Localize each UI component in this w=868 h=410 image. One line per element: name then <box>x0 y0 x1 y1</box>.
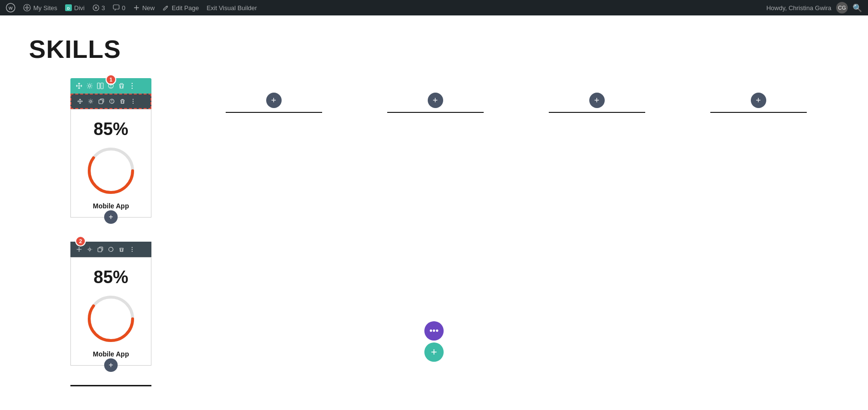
comments-label: 0 <box>122 4 125 12</box>
add-col4-btn[interactable]: + <box>589 93 605 108</box>
skill-card-2: 85% Mobile App + <box>70 257 151 366</box>
row-move-icon[interactable] <box>75 82 83 90</box>
skills-column-2: + <box>193 78 354 386</box>
row-badge-2: 2 <box>75 236 86 246</box>
svg-point-15 <box>132 88 133 89</box>
bottom-line-col1 <box>70 385 151 386</box>
user-avatar[interactable]: CG <box>836 2 848 14</box>
add-module-btn-1[interactable]: + <box>104 210 118 224</box>
col5-add-area: + <box>710 78 807 113</box>
comments-menu[interactable]: 0 <box>113 4 125 12</box>
svg-point-24 <box>89 248 91 250</box>
svg-point-14 <box>132 85 133 86</box>
svg-rect-11 <box>101 83 103 89</box>
row-settings-icon[interactable] <box>86 82 94 90</box>
svg-rect-17 <box>99 100 103 104</box>
module-wrapper-1: 1 <box>70 78 151 218</box>
row-toolbar-1: 1 <box>70 78 151 94</box>
mod-move-icon-1[interactable] <box>76 97 84 105</box>
col5-line <box>710 112 807 113</box>
col3-add-area: + <box>387 78 484 113</box>
mod-clone-icon-2[interactable] <box>96 246 104 253</box>
svg-point-16 <box>90 100 92 102</box>
counter-menu[interactable]: 3 <box>93 4 105 12</box>
row-toggle-icon[interactable] <box>107 82 115 90</box>
svg-point-28 <box>132 249 133 250</box>
howdy-text: Howdy, Christina Gwira <box>766 4 831 12</box>
svg-point-21 <box>133 103 134 104</box>
skills-column-5: + <box>678 78 839 386</box>
svg-rect-25 <box>98 248 102 252</box>
divi-menu[interactable]: D Divi <box>65 4 85 12</box>
svg-text:W: W <box>9 6 13 11</box>
exit-builder-menu[interactable]: Exit Visual Builder <box>206 4 257 12</box>
mod-toggle-icon-2[interactable] <box>107 246 115 253</box>
mod-toggle-icon-1[interactable] <box>108 97 116 105</box>
col4-line <box>549 112 645 113</box>
svg-point-19 <box>133 99 134 100</box>
col2-add-area: + <box>226 78 322 113</box>
my-sites-label: My Sites <box>33 4 57 12</box>
mod-delete-icon-2[interactable] <box>118 246 125 253</box>
mod-more-icon-2[interactable] <box>128 246 136 253</box>
divi-label: Divi <box>74 4 85 12</box>
col4-add-area: + <box>549 78 645 113</box>
skill-circle-1 <box>84 144 137 197</box>
svg-point-26 <box>109 247 113 252</box>
module-wrapper-2: 2 <box>70 242 151 366</box>
add-col2-btn[interactable]: + <box>266 93 282 108</box>
skills-column-1: 1 <box>29 78 193 386</box>
page-title: SKILLS <box>29 35 839 64</box>
svg-rect-6 <box>113 5 119 9</box>
new-label: New <box>142 4 155 12</box>
svg-point-13 <box>132 83 133 84</box>
svg-text:D: D <box>67 6 70 11</box>
skill-label-2: Mobile App <box>93 350 129 358</box>
add-col3-btn[interactable]: + <box>428 93 443 108</box>
add-module-btn-2[interactable]: + <box>104 358 118 372</box>
admin-bar: W My Sites D Divi 3 0 New Edit Page Exit… <box>0 0 868 15</box>
skill-card-1: 85% Mobile App + <box>70 109 151 218</box>
skill-percent-1: 85% <box>94 119 128 139</box>
add-col5-btn[interactable]: + <box>751 93 766 108</box>
skills-column-4: + <box>516 78 678 386</box>
mod-clone-icon-1[interactable] <box>97 97 105 105</box>
skill-circle-2 <box>84 292 137 345</box>
row-more-icon[interactable] <box>128 82 136 90</box>
col3-line <box>387 112 484 113</box>
floating-plus-btn[interactable]: + <box>424 342 444 362</box>
svg-point-27 <box>132 247 133 248</box>
edit-page-menu[interactable]: Edit Page <box>163 4 199 12</box>
mod-settings-icon-2[interactable] <box>86 246 94 253</box>
module-toolbar-1 <box>70 94 151 109</box>
row-layout-icon[interactable] <box>96 82 104 90</box>
svg-point-9 <box>89 85 91 87</box>
search-button[interactable]: 🔍 <box>853 3 862 13</box>
skill-percent-2: 85% <box>94 267 128 287</box>
exit-builder-label: Exit Visual Builder <box>206 4 257 12</box>
admin-bar-right: Howdy, Christina Gwira CG 🔍 <box>766 2 862 14</box>
my-sites[interactable]: My Sites <box>23 4 57 12</box>
mod-move-icon-2[interactable] <box>75 246 83 253</box>
mod-more-icon-1[interactable] <box>129 97 137 105</box>
mod-settings-icon-1[interactable] <box>87 97 95 105</box>
wp-logo[interactable]: W <box>6 3 15 13</box>
edit-page-label: Edit Page <box>172 4 199 12</box>
svg-point-20 <box>133 101 134 102</box>
svg-rect-10 <box>97 83 100 89</box>
counter-label: 3 <box>102 4 105 12</box>
row-delete-icon[interactable] <box>118 82 125 90</box>
floating-dots-btn[interactable]: ••• <box>424 321 444 341</box>
new-menu[interactable]: New <box>133 4 155 12</box>
svg-point-29 <box>132 251 133 252</box>
skill-label-1: Mobile App <box>93 202 129 210</box>
col2-line <box>226 112 322 113</box>
floating-buttons: ••• + <box>424 321 444 362</box>
mod-delete-icon-1[interactable] <box>119 97 126 105</box>
